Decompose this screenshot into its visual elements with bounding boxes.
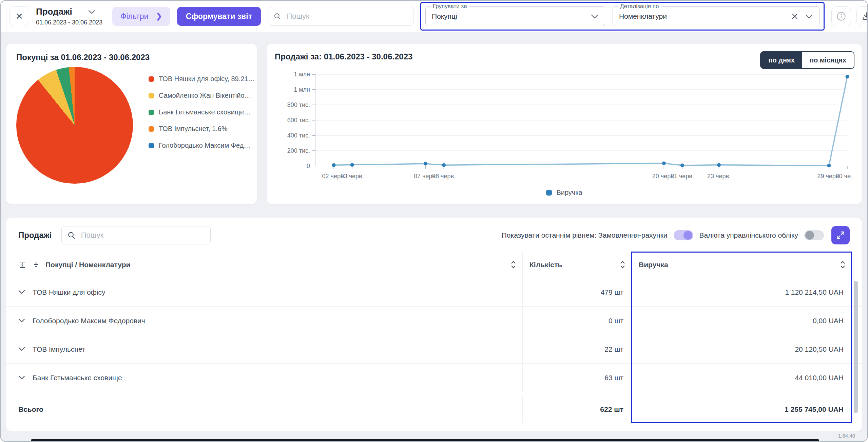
pie-chart-title: Покупці за 01.06.2023 - 30.06.2023 [16, 53, 247, 62]
column-header-qty[interactable]: Кількість [522, 252, 632, 278]
table-row[interactable]: Голобородько Максим Федорович0 шт0,00 UA… [6, 307, 862, 335]
filters-button[interactable]: Фільтри ❯ [112, 7, 170, 26]
row-qty: 63 шт [522, 364, 632, 392]
toggle-by-days[interactable]: по днях [761, 52, 802, 68]
legend-label: ТОВ Імпульснет, 1.6% [159, 125, 228, 133]
legend-label: Виручка [556, 189, 582, 197]
legend-swatch [149, 110, 154, 115]
row-revenue: 1 120 214,50 UAH [632, 278, 852, 306]
pie-chart[interactable] [16, 67, 133, 184]
table-row[interactable]: ТОВ Імпульснет22 шт20 120,50 UAH [6, 335, 862, 364]
clear-icon[interactable] [791, 13, 798, 20]
row-revenue: 44 010,00 UAH [632, 364, 852, 392]
footer-total-label: Всього [6, 395, 522, 423]
row-name-cell: Банк Гетьманське сховище [6, 364, 522, 392]
toggle-knob [683, 231, 692, 240]
line-chart-panel: Продажі за: 01.06.2023 - 30.06.2023 по д… [267, 44, 862, 204]
grouping-highlight-box: Групувати за Покупці Деталізація по Номе… [420, 2, 825, 31]
global-search[interactable] [268, 7, 413, 26]
period-toggle: по днях по місяцях [760, 51, 854, 69]
last-level-toggle[interactable] [674, 230, 693, 240]
legend-swatch [546, 190, 552, 196]
row-expand-chevron-icon[interactable] [18, 375, 25, 380]
pie-legend-item[interactable]: Самойленко Жан Вікентійо… [149, 92, 255, 99]
svg-text:1 млн: 1 млн [294, 71, 310, 78]
row-expand-chevron-icon[interactable] [18, 290, 25, 294]
legend-swatch [149, 76, 154, 82]
row-name-cell: ТОВ Няшки для офісу [6, 278, 522, 306]
download-button[interactable] [856, 6, 868, 26]
detail-by-dropdown[interactable]: Деталізація по Номенклатури [613, 6, 819, 26]
svg-text:0: 0 [307, 163, 310, 169]
filters-label: Фільтри [120, 12, 148, 21]
row-qty: 22 шт [522, 335, 632, 363]
report-title-block[interactable]: Продажі 01.06.2023 - 30.06.2023 [36, 6, 105, 26]
row-qty: 479 шт [522, 278, 632, 306]
row-name: ТОВ Імпульснет [33, 345, 85, 353]
detail-by-value: Номенклатури [619, 12, 791, 20]
close-button[interactable]: ✕ [9, 6, 29, 26]
legend-swatch [149, 143, 154, 148]
svg-text:600 тис.: 600 тис. [287, 117, 310, 124]
row-name-cell: ТОВ Імпульснет [6, 335, 522, 363]
generate-report-button[interactable]: Сформувати звіт [177, 7, 261, 26]
column-header-name[interactable]: Покупці / Номенклатури [6, 252, 522, 278]
table-row[interactable]: ТОВ Няшки для офісу479 шт1 120 214,50 UA… [6, 278, 862, 307]
svg-text:200 тис.: 200 тис. [287, 147, 310, 154]
chevron-down-icon[interactable] [805, 14, 813, 19]
pie-legend: ТОВ Няшки для офісу, 89.21…Самойленко Жа… [149, 75, 255, 184]
pie-legend-item[interactable]: Банк Гетьманське сховище… [149, 108, 255, 116]
table-search-input[interactable] [80, 231, 205, 240]
svg-text:23 черв.: 23 черв. [707, 173, 731, 180]
search-input[interactable] [286, 12, 407, 21]
pie-legend-item[interactable]: Голобородько Максим Фед… [149, 142, 255, 149]
sort-icon[interactable] [840, 260, 846, 269]
toggle-by-months[interactable]: по місяцях [802, 52, 854, 68]
chevron-down-icon[interactable] [591, 14, 599, 19]
legend-swatch [149, 126, 154, 132]
row-expand-chevron-icon[interactable] [18, 347, 25, 351]
sort-icon[interactable] [510, 260, 516, 269]
footer-total-revenue: 1 255 745,00 UAH [632, 395, 852, 423]
group-by-value: Покупці [432, 12, 591, 20]
table-title: Продажі [18, 231, 52, 240]
row-name: ТОВ Няшки для офісу [33, 288, 105, 296]
table-search[interactable] [61, 226, 211, 244]
management-currency-toggle[interactable] [804, 230, 824, 240]
line-chart[interactable]: 1 млн1 млн800 тис.600 тис.400 тис.200 ти… [275, 70, 851, 187]
row-expand-chevron-icon[interactable] [18, 318, 25, 323]
management-currency-label: Валюта управлінського обліку [699, 231, 798, 239]
row-revenue: 20 120,50 UAH [632, 335, 852, 363]
info-button[interactable] [831, 6, 851, 26]
expand-icon [836, 231, 845, 240]
svg-text:21 черв.: 21 черв. [671, 173, 694, 180]
topbar: ✕ Продажі 01.06.2023 - 30.06.2023 Фільтр… [1, 1, 867, 32]
svg-text:30 черв.: 30 черв. [836, 173, 852, 180]
svg-text:03 черв.: 03 черв. [341, 173, 364, 180]
column-header-revenue[interactable]: Виручка [632, 252, 852, 278]
pie-chart-panel: Покупці за 01.06.2023 - 30.06.2023 ТОВ Н… [6, 44, 257, 204]
pie-legend-item[interactable]: ТОВ Імпульснет, 1.6% [149, 125, 255, 133]
bottom-edge-bar [31, 439, 819, 441]
search-icon [273, 12, 282, 21]
last-level-label: Показувати останнім рівнем: Замовлення-р… [502, 231, 668, 239]
legend-label: Голобородько Максим Фед… [159, 142, 250, 149]
group-by-dropdown[interactable]: Групувати за Покупці [425, 6, 605, 26]
table-header-row: Покупці / Номенклатури Кількість [6, 252, 862, 278]
line-chart-legend[interactable]: Виручка [275, 189, 854, 197]
info-icon [836, 12, 846, 21]
table-row[interactable]: Банк Гетьманське сховище63 шт44 010,00 U… [6, 364, 862, 392]
row-name: Голобородько Максим Федорович [33, 317, 145, 325]
report-window: ✕ Продажі 01.06.2023 - 30.06.2023 Фільтр… [0, 0, 868, 442]
fullscreen-button[interactable] [831, 226, 850, 244]
table-scrollbar[interactable] [854, 281, 858, 413]
expand-all-icon[interactable] [18, 261, 26, 269]
pie-legend-item[interactable]: ТОВ Няшки для офісу, 89.21… [149, 75, 255, 83]
chevron-right-icon: ❯ [156, 12, 162, 21]
collapse-all-icon[interactable] [32, 261, 40, 269]
sort-icon[interactable] [620, 260, 625, 269]
main-content: Покупці за 01.06.2023 - 30.06.2023 ТОВ Н… [1, 32, 867, 431]
close-icon: ✕ [16, 11, 23, 22]
svg-text:400 тис.: 400 тис. [287, 132, 310, 139]
svg-text:1 млн: 1 млн [294, 86, 310, 93]
